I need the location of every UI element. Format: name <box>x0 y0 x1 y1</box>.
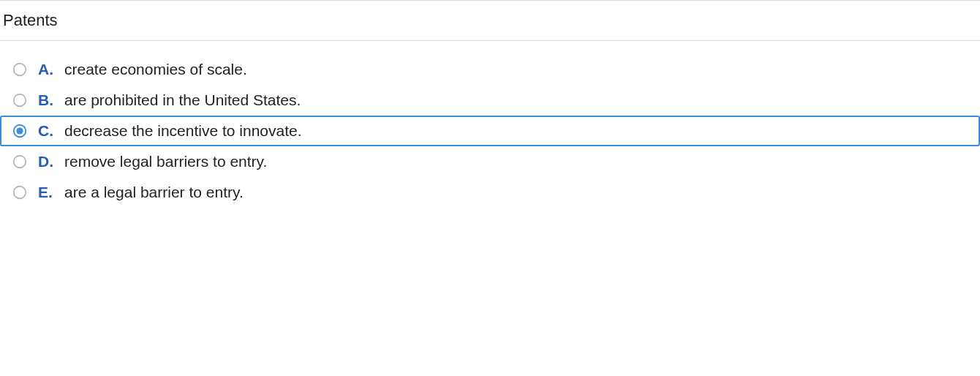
option-text: decrease the incentive to innovate. <box>64 122 302 140</box>
option-text: are prohibited in the United States. <box>64 91 301 109</box>
svg-point-4 <box>14 156 26 168</box>
radio-unchecked-icon <box>12 184 28 200</box>
option-e[interactable]: E. are a legal barrier to entry. <box>0 177 980 208</box>
question-prompt: Patents <box>3 11 58 29</box>
svg-point-1 <box>14 94 26 107</box>
option-c[interactable]: C. decrease the incentive to innovate. <box>0 116 980 146</box>
option-b[interactable]: B. are prohibited in the United States. <box>0 85 980 116</box>
option-d[interactable]: D. remove legal barriers to entry. <box>0 146 980 177</box>
option-letter: D. <box>38 153 57 170</box>
radio-unchecked-icon <box>12 92 28 108</box>
svg-point-0 <box>14 64 26 76</box>
radio-checked-icon <box>12 123 28 139</box>
radio-unchecked-icon <box>12 154 28 170</box>
svg-point-3 <box>16 127 23 134</box>
options-list: A. create economies of scale. B. are pro… <box>0 41 980 208</box>
option-letter: C. <box>38 122 57 140</box>
option-letter: E. <box>38 184 57 201</box>
radio-unchecked-icon <box>12 61 28 78</box>
option-text: remove legal barriers to entry. <box>64 153 267 170</box>
question-header: Patents <box>0 1 980 40</box>
option-letter: A. <box>38 61 57 78</box>
option-text: create economies of scale. <box>64 61 247 78</box>
option-letter: B. <box>38 91 57 109</box>
svg-point-5 <box>14 187 26 199</box>
option-text: are a legal barrier to entry. <box>64 184 244 201</box>
option-a[interactable]: A. create economies of scale. <box>0 54 980 85</box>
